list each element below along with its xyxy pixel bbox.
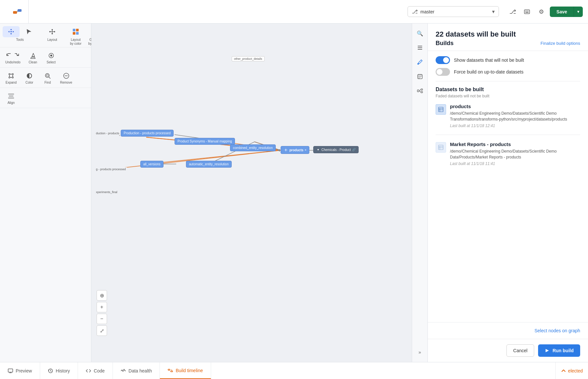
svg-rect-62 <box>418 49 422 50</box>
expand-button[interactable]: Expand <box>3 70 20 86</box>
history-icon <box>48 368 53 373</box>
canvas-area[interactable]: other_product_details Production - produ… <box>91 24 412 362</box>
left-edge-label-1: duction - products <box>95 131 121 135</box>
bottom-tab-preview[interactable]: Preview <box>0 362 40 379</box>
graph-node-products[interactable]: products × <box>281 146 309 154</box>
sidebar-icon-bar: 🔍 » <box>412 24 428 362</box>
remove-button[interactable]: Remove <box>57 70 75 86</box>
svg-rect-5 <box>527 11 528 11</box>
keyboard-shortcut-button[interactable] <box>521 6 533 18</box>
branch-selector[interactable]: ⎇ master ▾ <box>408 6 499 17</box>
dataset-path-market-reports: /demo/Chemical Engineering Demo/Datasets… <box>450 148 580 160</box>
graph-node-automatic-entity-resolution[interactable]: automatic_entity_resolution <box>186 161 232 168</box>
finalize-build-options-link[interactable]: Finalize build options <box>541 41 580 46</box>
svg-rect-16 <box>73 32 75 35</box>
svg-point-10 <box>52 33 53 34</box>
zoom-out-button[interactable]: − <box>97 314 107 324</box>
svg-rect-80 <box>439 145 443 150</box>
svg-point-29 <box>12 74 13 75</box>
svg-rect-61 <box>418 47 422 48</box>
force-build-label: Force build on up-to-date datasets <box>454 69 523 74</box>
dataset-built-market-reports: Last built at 11/1/18 11:41 <box>450 161 580 166</box>
graph-node-production-products-processed[interactable]: Production - products processed <box>121 130 174 137</box>
right-panel-header: 22 datasets will be built Builds Finaliz… <box>428 24 588 51</box>
graph-node-combined-entity-resolution[interactable]: combined_entity_resolution <box>230 144 276 151</box>
right-panel-subtitle: Builds Finalize build options <box>436 40 580 47</box>
data-health-tab-label: Data health <box>129 368 152 373</box>
clean-button[interactable]: Clean <box>24 50 41 66</box>
layout-by-color-button[interactable] <box>67 26 84 37</box>
bottom-tab-data-health[interactable]: Data health <box>113 362 160 379</box>
show-datasets-toggle[interactable] <box>436 56 450 64</box>
datasets-section: Datasets to be built Faded datasets will… <box>436 81 580 173</box>
layout-group: Layout <box>44 26 61 46</box>
run-build-icon <box>545 348 550 353</box>
move-tool-button[interactable] <box>3 26 20 37</box>
svg-rect-69 <box>420 77 421 77</box>
svg-rect-73 <box>421 91 423 93</box>
color-button[interactable]: Color <box>21 70 38 86</box>
main-content: Tools Layout Layoutby color <box>0 24 588 362</box>
bottom-tab-code[interactable]: Code <box>78 362 113 379</box>
sidebar-calendar-button[interactable] <box>414 71 426 82</box>
sidebar-connect-button[interactable] <box>414 85 426 97</box>
code-icon <box>86 368 91 373</box>
dataset-path-products: /demo/Chemical Engineering Demo/Datasets… <box>450 110 580 122</box>
sidebar-list-button[interactable] <box>414 42 426 54</box>
toolbar-row-4: Align <box>0 88 91 108</box>
other-product-details-label: other_product_details <box>232 56 265 61</box>
svg-point-31 <box>12 77 13 78</box>
undo-redo-button[interactable]: Undo/redo <box>3 50 23 66</box>
zoom-target-button[interactable]: ⊕ <box>97 290 107 301</box>
select-label: Select <box>47 60 56 64</box>
graph-node-chemicals-product[interactable]: Chemicals - Product 🔗 <box>313 146 359 153</box>
show-datasets-toggle-row: Show datasets that will not be built <box>436 56 580 64</box>
save-button[interactable]: Save <box>550 7 574 17</box>
run-build-button[interactable]: Run build <box>538 344 580 357</box>
git-branch-button[interactable]: ⎇ <box>507 6 518 18</box>
svg-point-37 <box>46 74 48 76</box>
force-build-toggle[interactable] <box>436 68 450 76</box>
select-button[interactable]: Select <box>43 50 60 66</box>
preview-tab-label: Preview <box>16 368 32 373</box>
data-health-icon <box>121 368 126 373</box>
zoom-controls: ⊕ + − ⤢ <box>97 290 107 336</box>
graph-node-all-versions[interactable]: all_versions <box>140 161 163 168</box>
bottom-tab-build-timeline[interactable]: Build timeline <box>160 362 211 379</box>
svg-rect-0 <box>13 11 17 14</box>
svg-rect-14 <box>73 29 75 31</box>
select-nodes-on-graph-link[interactable]: Select nodes on graph <box>534 328 580 333</box>
svg-line-74 <box>419 90 421 91</box>
layout-by-color-label: Layoutby color <box>70 38 81 46</box>
zoom-fit-button[interactable]: ⤢ <box>97 325 107 336</box>
select-tool-button[interactable] <box>20 26 37 37</box>
sidebar-search-button[interactable]: 🔍 <box>414 27 426 39</box>
graph-node-product-synonyms[interactable]: Product Synonyms - Manual mapping <box>175 138 235 145</box>
svg-point-58 <box>285 149 286 151</box>
dataset-info-market-reports: Market Reports - products /demo/Chemical… <box>450 141 580 166</box>
right-panel-footer: Cancel Run build <box>428 339 588 362</box>
svg-rect-72 <box>421 89 423 90</box>
cancel-button[interactable]: Cancel <box>506 344 534 357</box>
logo-area <box>5 0 29 23</box>
save-dropdown-button[interactable]: ▾ <box>574 7 583 17</box>
dataset-name-market-reports: Market Reports - products <box>450 141 580 147</box>
datasets-subtitle: Faded datasets will not be built <box>436 94 580 98</box>
svg-line-38 <box>49 77 51 79</box>
svg-point-11 <box>54 31 55 32</box>
layout-button[interactable] <box>44 26 61 37</box>
gear-icon <box>284 148 288 152</box>
svg-rect-88 <box>171 371 173 372</box>
zoom-in-button[interactable]: + <box>97 302 107 312</box>
align-button[interactable]: Align <box>3 91 20 107</box>
bottom-tab-history[interactable]: History <box>40 362 78 379</box>
layout-label: Layout <box>47 38 57 41</box>
settings-button[interactable]: ⚙ <box>535 6 547 18</box>
datasets-to-be-built-title: Datasets to be built <box>436 87 580 92</box>
gear-icon-dark <box>316 148 320 152</box>
find-button[interactable]: Find <box>39 70 56 86</box>
sidebar-brush-button[interactable] <box>414 56 426 68</box>
svg-point-8 <box>49 31 51 32</box>
sidebar-expand-button[interactable]: » <box>414 346 426 358</box>
svg-line-75 <box>419 91 421 92</box>
